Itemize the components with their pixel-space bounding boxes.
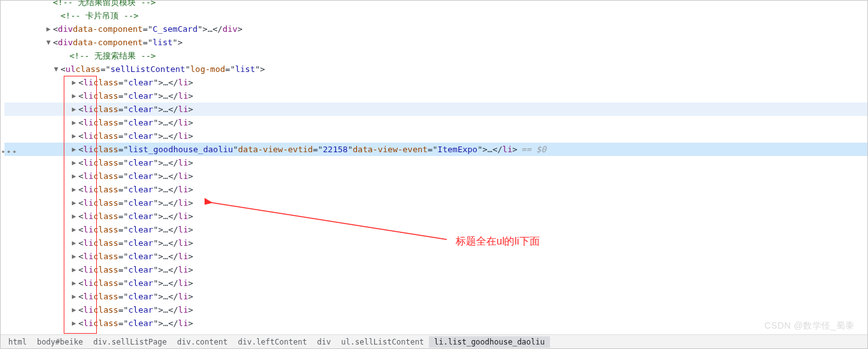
li-clear-line[interactable]: ▶<li class="clear">…</li> — [4, 317, 867, 330]
li-clear-line[interactable]: ▶<li class="clear">…</li> — [4, 250, 867, 263]
devtools-panel: <!-- 无结果留页模块 -->▶<!-- 卡片吊顶 -->▶<div data… — [0, 0, 868, 349]
expand-arrow-icon[interactable]: ▶ — [71, 250, 77, 263]
breadcrumb-item[interactable]: div — [312, 336, 336, 348]
tag-name: li — [83, 76, 94, 89]
tag-name: li — [178, 210, 189, 223]
li-clear-line[interactable]: ▶<li class="clear">…</li> — [4, 103, 867, 116]
li-clear-line[interactable]: ▶<li class="clear">…</li> — [4, 116, 867, 129]
attr-value: clear — [128, 116, 153, 129]
breadcrumb-item[interactable]: div.sellListPage — [88, 336, 172, 348]
tag-name: li — [178, 276, 189, 290]
attr-name: class — [93, 129, 118, 143]
expand-arrow-icon[interactable]: ▶ — [71, 76, 77, 89]
div-list-line[interactable]: ▼<div data-component="list"> — [4, 36, 867, 49]
breadcrumb-item[interactable]: ul.sellListContent — [336, 336, 429, 348]
attr-name: class — [75, 62, 100, 76]
attr-name: class — [93, 210, 118, 223]
expand-arrow-icon[interactable]: ▶ — [71, 276, 77, 290]
attr-value: clear — [128, 129, 153, 143]
expand-arrow-icon[interactable]: ▶ — [71, 236, 77, 250]
li-clear-line[interactable]: ▶<li class="clear">…</li> — [4, 76, 867, 89]
expand-arrow-icon[interactable]: ▶ — [45, 22, 52, 36]
li-goodhouse-line[interactable]: ▶<li class="list_goodhouse_daoliu " data… — [4, 143, 867, 156]
li-clear-line[interactable]: ▶<li class="clear">…</li> — [4, 196, 867, 210]
tag-name: li — [83, 276, 94, 290]
tag-name: li — [178, 89, 189, 103]
tag-name: li — [178, 290, 189, 303]
ellipsis-icon: … — [163, 89, 168, 103]
expand-arrow-icon[interactable]: ▶ — [71, 317, 77, 330]
tag-name: li — [178, 169, 189, 183]
expand-arrow-icon[interactable]: ▶ — [71, 223, 77, 236]
tag-name: li — [83, 210, 94, 223]
html-comment: <!-- 无搜索结果 --> — [69, 49, 156, 62]
expand-arrow-icon[interactable]: ▼ — [45, 36, 52, 49]
ellipsis-icon: … — [208, 22, 213, 36]
expand-arrow-icon[interactable]: ▶ — [71, 263, 77, 276]
attr-name: class — [93, 76, 118, 89]
li-clear-line[interactable]: ▶<li class="clear">…</li> — [4, 129, 867, 143]
attr-value: clear — [128, 210, 153, 223]
li-clear-line[interactable]: ▶<li class="clear">…</li> — [4, 210, 867, 223]
tag-name: li — [83, 116, 94, 129]
expand-arrow-icon[interactable]: ▶ — [71, 303, 77, 317]
breadcrumb-item[interactable]: div.leftContent — [233, 336, 312, 348]
ellipsis-icon: … — [163, 250, 168, 263]
attr-value: clear — [128, 156, 153, 169]
li-clear-line[interactable]: ▶<li class="clear">…</li> — [4, 223, 867, 236]
breadcrumbs-bar[interactable]: htmlbody#beikediv.sellListPagediv.conten… — [1, 334, 867, 348]
attr-value: clear — [128, 89, 153, 103]
expand-arrow-icon[interactable]: ▶ — [71, 169, 77, 183]
div-semcard-line[interactable]: ▶<div data-component="C_semCard">…</div> — [4, 22, 867, 36]
attr-name: log-mod — [191, 62, 226, 76]
comment-line[interactable]: ▶<!-- 卡片吊顶 --> — [4, 9, 867, 22]
ellipsis-icon: … — [163, 103, 168, 116]
expand-arrow-icon[interactable]: ▶ — [71, 290, 77, 303]
attr-name: class — [93, 143, 118, 156]
li-clear-line[interactable]: ▶<li class="clear">…</li> — [4, 89, 867, 103]
attr-value: clear — [128, 276, 153, 290]
breadcrumb-item[interactable]: li.list_goodhouse_daoliu — [429, 336, 549, 348]
li-clear-line[interactable]: ▶<li class="clear">…</li> — [4, 290, 867, 303]
attr-value: clear — [128, 196, 153, 210]
li-clear-line[interactable]: ▶<li class="clear">…</li> — [4, 276, 867, 290]
ellipsis-icon: … — [163, 290, 168, 303]
ellipsis-icon: … — [163, 183, 168, 196]
li-clear-line[interactable]: ▶<li class="clear">…</li> — [4, 156, 867, 169]
dom-tree-line[interactable]: <!-- 无结果留页模块 --> — [4, 0, 867, 9]
tag-name: li — [178, 196, 189, 210]
breadcrumb-item[interactable]: div.content — [172, 336, 233, 348]
attr-name: class — [93, 236, 118, 250]
li-clear-line[interactable]: ▶<li class="clear">…</li> — [4, 183, 867, 196]
tag-name: li — [83, 290, 94, 303]
li-clear-line[interactable]: ▶<li class="clear">…</li> — [4, 263, 867, 276]
comment-line[interactable]: ▶<!-- 无搜索结果 --> — [4, 49, 867, 62]
breadcrumb-item[interactable]: html — [3, 336, 32, 348]
expand-arrow-icon[interactable]: ▶ — [71, 143, 77, 156]
attr-value: clear — [128, 317, 153, 330]
dom-tree[interactable]: <!-- 无结果留页模块 -->▶<!-- 卡片吊顶 -->▶<div data… — [1, 1, 867, 330]
expand-arrow-icon[interactable]: ▶ — [71, 196, 77, 210]
tag-name: li — [83, 89, 94, 103]
expand-arrow-icon[interactable]: ▶ — [71, 129, 77, 143]
expand-arrow-icon[interactable]: ▼ — [53, 62, 59, 76]
tag-name: li — [83, 236, 94, 250]
breadcrumb-item[interactable]: body#beike — [32, 336, 88, 348]
expand-arrow-icon[interactable]: ▶ — [71, 156, 77, 169]
attr-value: clear — [128, 223, 153, 236]
li-clear-line[interactable]: ▶<li class="clear">…</li> — [4, 169, 867, 183]
expand-arrow-icon[interactable]: ▶ — [71, 89, 77, 103]
ellipsis-icon: … — [163, 263, 168, 276]
li-clear-line[interactable]: ▶<li class="clear">…</li> — [4, 236, 867, 250]
attr-name: data-component — [73, 36, 143, 49]
ul-line[interactable]: ▼<ul class="sellListContent" log-mod="li… — [4, 62, 867, 76]
expand-arrow-icon[interactable]: ▶ — [71, 103, 77, 116]
tag-name: li — [178, 76, 189, 89]
tag-name: li — [178, 103, 189, 116]
expand-arrow-icon[interactable]: ▶ — [71, 183, 77, 196]
attr-value: C_semCard — [153, 22, 198, 36]
expand-arrow-icon[interactable]: ▶ — [71, 210, 77, 223]
expand-arrow-icon[interactable]: ▶ — [71, 116, 77, 129]
ellipsis-icon: … — [163, 210, 168, 223]
li-clear-line[interactable]: ▶<li class="clear">…</li> — [4, 303, 867, 317]
